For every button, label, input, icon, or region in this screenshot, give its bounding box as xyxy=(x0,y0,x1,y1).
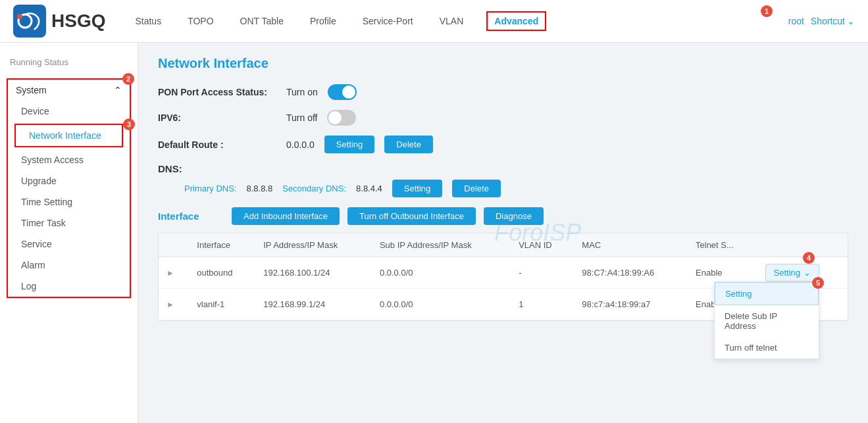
row1-expand[interactable]: ► xyxy=(159,257,189,289)
header: HSGQ Status TOPO ONT Table Profile Servi… xyxy=(0,0,868,43)
interface-title: Interface xyxy=(158,211,224,222)
main-content: ForoISP Network Interface PON Port Acces… xyxy=(138,43,868,423)
ipv6-row: IPV6: Turn off xyxy=(158,110,848,126)
header-right: root Shortcut ⌄ xyxy=(788,16,855,26)
row1-dropdown-container: Setting ⌄ 5 Setting Delete Sub IP Addres… xyxy=(765,264,819,282)
row2-ip: 192.168.99.1/24 xyxy=(255,289,372,320)
dns-delete-button[interactable]: Delete xyxy=(452,180,501,197)
expand-arrow-icon: ► xyxy=(166,268,174,278)
row1-action: 4 Setting ⌄ 5 xyxy=(757,257,848,289)
row1-mac: 98:C7:A4:18:99:A6 xyxy=(574,257,688,289)
secondary-dns-value: 8.8.4.4 xyxy=(356,184,382,193)
default-route-delete-button[interactable]: Delete xyxy=(384,136,433,153)
sidebar-item-system-access[interactable]: System Access xyxy=(8,149,130,170)
col-telnet: Telnet S... xyxy=(688,234,757,257)
interface-table: Interface IP Address/IP Mask Sub IP Addr… xyxy=(159,234,848,320)
shortcut-label: Shortcut xyxy=(811,16,845,26)
chevron-down-icon: ⌄ xyxy=(847,16,855,26)
nav-topo[interactable]: TOPO xyxy=(184,3,217,39)
interface-section: Interface Add Inbound Interface Turn off… xyxy=(158,207,848,321)
sidebar-item-time-setting[interactable]: Time Setting xyxy=(8,191,130,212)
row2-interface: vlanif-1 xyxy=(189,289,255,320)
sidebar-item-log[interactable]: Log xyxy=(8,276,130,297)
row2-mac: 98:c7:a4:18:99:a7 xyxy=(574,289,688,320)
dropdown-item-delete-sub-ip[interactable]: Delete Sub IP Address xyxy=(715,305,819,337)
ipv6-label: IPV6: xyxy=(158,112,276,123)
row2-vlan: 1 xyxy=(511,289,574,320)
ipv6-value: Turn off xyxy=(286,112,317,123)
interface-table-container: Interface IP Address/IP Mask Sub IP Addr… xyxy=(158,233,848,321)
pon-port-row: PON Port Access Status: Turn on xyxy=(158,84,848,100)
chevron-down-icon-row1: ⌄ xyxy=(804,268,811,278)
logo-text: HSGQ xyxy=(51,11,105,32)
pon-port-value: Turn on xyxy=(286,87,318,97)
page-title: Network Interface xyxy=(158,56,848,71)
row1-ip: 192.168.100.1/24 xyxy=(255,257,372,289)
sidebar: Running Status 2 System ⌃ Device 3 Netwo… xyxy=(0,43,138,423)
sidebar-item-timer-task[interactable]: Timer Task xyxy=(8,212,130,234)
pon-port-label: PON Port Access Status: xyxy=(158,87,276,97)
row1-vlan: - xyxy=(511,257,574,289)
header-shortcut[interactable]: Shortcut ⌄ xyxy=(811,16,855,26)
default-route-value: 0.0.0.0 xyxy=(286,139,315,150)
nav-vlan[interactable]: VLAN xyxy=(436,3,467,39)
row1-interface: outbound xyxy=(189,257,255,289)
chevron-up-icon: ⌃ xyxy=(114,85,122,95)
default-route-setting-button[interactable]: Setting xyxy=(324,136,374,153)
add-inbound-button[interactable]: Add Inbound Interface xyxy=(232,207,340,225)
badge-network-interface: 3 xyxy=(123,118,135,130)
col-ip: IP Address/IP Mask xyxy=(255,234,372,257)
ipv6-toggle[interactable] xyxy=(327,110,356,126)
col-expand xyxy=(159,234,189,257)
col-interface: Interface xyxy=(189,234,255,257)
nav-service-port[interactable]: Service-Port xyxy=(359,3,417,39)
header-user[interactable]: root xyxy=(788,16,804,26)
default-route-label: Default Route : xyxy=(158,139,276,150)
badge-setting-dropdown: 5 xyxy=(812,277,824,289)
nav-ont-table[interactable]: ONT Table xyxy=(237,3,287,39)
default-route-row: Default Route : 0.0.0.0 Setting Delete xyxy=(158,136,848,153)
row2-expand[interactable]: ► xyxy=(159,289,189,320)
dns-section: DNS: Primary DNS: 8.8.8.8 Secondary DNS:… xyxy=(158,163,848,197)
system-group-label: System xyxy=(16,85,47,95)
badge-setting-row1: 4 xyxy=(803,252,815,264)
primary-dns-label: Primary DNS: xyxy=(184,184,236,193)
row1-sub-ip: 0.0.0.0/0 xyxy=(372,257,511,289)
dns-label: DNS: xyxy=(158,163,182,174)
sidebar-item-upgrade[interactable]: Upgrade xyxy=(8,170,130,191)
table-row: ► outbound 192.168.100.1/24 0.0.0.0/0 - … xyxy=(159,257,848,289)
dropdown-item-turn-off-telnet[interactable]: Turn off telnet xyxy=(715,337,819,359)
sidebar-item-network-interface[interactable]: Network Interface xyxy=(14,124,123,147)
sidebar-item-alarm[interactable]: Alarm xyxy=(8,255,130,276)
col-sub-ip: Sub IP Address/IP Mask xyxy=(372,234,511,257)
dropdown-item-setting[interactable]: Setting xyxy=(715,282,819,305)
nav-advanced[interactable]: Advanced xyxy=(486,11,546,31)
logo-area: HSGQ xyxy=(13,5,105,37)
sidebar-item-service[interactable]: Service xyxy=(8,234,130,255)
expand-arrow-icon: ► xyxy=(166,300,174,309)
svg-point-2 xyxy=(17,14,22,19)
sidebar-group-system[interactable]: System ⌃ Device 3 Network Interface Syst… xyxy=(7,78,131,298)
logo-icon xyxy=(13,5,46,37)
secondary-dns-label: Secondary DNS: xyxy=(282,184,346,193)
row1-setting-dropdown-btn[interactable]: Setting ⌄ xyxy=(765,264,819,282)
setting-label: Setting xyxy=(774,268,800,278)
sidebar-running-status: Running Status xyxy=(0,49,138,75)
diagnose-button[interactable]: Diagnose xyxy=(484,207,544,225)
layout: Running Status 2 System ⌃ Device 3 Netwo… xyxy=(0,43,868,423)
col-vlan: VLAN ID xyxy=(511,234,574,257)
badge-system: 2 xyxy=(122,73,134,85)
turn-off-outbound-button[interactable]: Turn off Outbound Interface xyxy=(347,207,476,225)
nav-status[interactable]: Status xyxy=(132,3,165,39)
pon-port-toggle[interactable] xyxy=(328,84,357,100)
dns-setting-button[interactable]: Setting xyxy=(392,180,442,197)
sidebar-item-device[interactable]: Device xyxy=(8,101,130,122)
system-group-header[interactable]: System ⌃ xyxy=(8,80,130,101)
table-header-row: Interface IP Address/IP Mask Sub IP Addr… xyxy=(159,234,848,257)
primary-dns-value: 8.8.8.8 xyxy=(246,184,272,193)
row2-sub-ip: 0.0.0.0/0 xyxy=(372,289,511,320)
setting-dropdown-menu: 5 Setting Delete Sub IP Address Turn off… xyxy=(714,282,819,359)
dns-details: Primary DNS: 8.8.8.8 Secondary DNS: 8.8.… xyxy=(158,180,848,197)
nav-profile[interactable]: Profile xyxy=(307,3,340,39)
col-mac: MAC xyxy=(574,234,688,257)
